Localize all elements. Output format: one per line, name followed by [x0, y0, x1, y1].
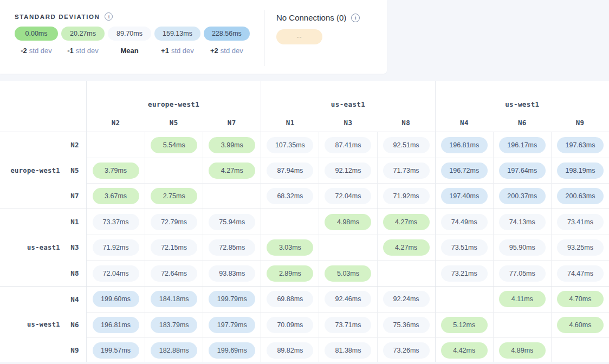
- latency-cell[interactable]: 5.03ms: [319, 260, 377, 285]
- latency-pill[interactable]: 92.46ms: [325, 291, 371, 307]
- latency-cell[interactable]: 4.27ms: [377, 209, 435, 235]
- latency-pill[interactable]: 72.04ms: [325, 188, 371, 204]
- latency-pill[interactable]: 5.03ms: [325, 265, 371, 282]
- latency-cell[interactable]: 92.46ms: [319, 287, 377, 312]
- latency-pill[interactable]: 92.51ms: [383, 137, 430, 153]
- latency-pill[interactable]: 4.42ms: [441, 342, 488, 359]
- latency-pill[interactable]: 4.70ms: [557, 291, 604, 307]
- latency-pill[interactable]: 4.27ms: [383, 239, 430, 256]
- latency-pill[interactable]: 5.12ms: [441, 317, 488, 333]
- latency-cell[interactable]: 198.19ms: [551, 158, 609, 183]
- latency-cell[interactable]: 92.51ms: [377, 132, 435, 158]
- latency-pill[interactable]: 196.72ms: [441, 162, 488, 179]
- latency-cell[interactable]: 4.70ms: [551, 287, 609, 312]
- latency-cell[interactable]: 197.79ms: [203, 312, 261, 337]
- latency-cell[interactable]: 69.88ms: [261, 287, 319, 312]
- latency-pill[interactable]: 196.81ms: [441, 137, 488, 153]
- latency-cell[interactable]: 4.27ms: [203, 158, 261, 183]
- latency-cell[interactable]: 75.94ms: [203, 209, 261, 235]
- latency-pill[interactable]: 4.27ms: [383, 214, 430, 230]
- latency-pill[interactable]: 93.83ms: [209, 265, 255, 282]
- latency-cell[interactable]: 93.25ms: [551, 235, 609, 260]
- latency-pill[interactable]: 199.60ms: [93, 291, 139, 307]
- latency-pill[interactable]: 72.79ms: [151, 214, 197, 230]
- latency-cell[interactable]: 199.57ms: [87, 337, 145, 362]
- latency-cell[interactable]: 87.94ms: [261, 158, 319, 183]
- self-latency-cell[interactable]: [435, 287, 493, 312]
- latency-pill[interactable]: 183.79ms: [151, 317, 197, 333]
- latency-pill[interactable]: 197.79ms: [209, 317, 255, 333]
- latency-pill[interactable]: 87.94ms: [267, 162, 313, 179]
- latency-cell[interactable]: 4.98ms: [319, 209, 377, 235]
- latency-cell[interactable]: 197.63ms: [551, 132, 609, 158]
- latency-pill[interactable]: 199.79ms: [209, 291, 255, 307]
- latency-cell[interactable]: 196.81ms: [435, 132, 493, 158]
- latency-cell[interactable]: 200.63ms: [551, 183, 609, 209]
- latency-pill[interactable]: 73.21ms: [441, 265, 488, 282]
- latency-cell[interactable]: 4.27ms: [377, 235, 435, 260]
- latency-cell[interactable]: 5.12ms: [435, 312, 493, 337]
- latency-cell[interactable]: 2.75ms: [145, 183, 203, 209]
- latency-cell[interactable]: 72.79ms: [145, 209, 203, 235]
- latency-cell[interactable]: 197.64ms: [493, 158, 551, 183]
- latency-pill[interactable]: 68.32ms: [267, 188, 313, 204]
- latency-cell[interactable]: 183.79ms: [145, 312, 203, 337]
- latency-pill[interactable]: 2.75ms: [151, 188, 197, 204]
- latency-pill[interactable]: 184.18ms: [151, 291, 197, 307]
- latency-cell[interactable]: 87.41ms: [319, 132, 377, 158]
- latency-pill[interactable]: 197.64ms: [499, 162, 546, 179]
- self-latency-cell[interactable]: [87, 132, 145, 158]
- latency-cell[interactable]: 196.17ms: [493, 132, 551, 158]
- latency-pill[interactable]: 3.79ms: [93, 162, 139, 179]
- latency-pill[interactable]: 200.63ms: [557, 188, 604, 204]
- latency-pill[interactable]: 4.11ms: [499, 291, 546, 307]
- latency-cell[interactable]: 95.90ms: [493, 235, 551, 260]
- latency-pill[interactable]: 72.04ms: [93, 265, 139, 282]
- latency-cell[interactable]: 200.37ms: [493, 183, 551, 209]
- latency-cell[interactable]: 73.51ms: [435, 235, 493, 260]
- latency-pill[interactable]: 73.37ms: [93, 214, 139, 230]
- latency-pill[interactable]: 70.09ms: [267, 317, 313, 333]
- latency-pill[interactable]: 75.94ms: [209, 214, 255, 230]
- latency-pill[interactable]: 95.90ms: [499, 239, 546, 256]
- latency-pill[interactable]: 71.92ms: [93, 239, 139, 256]
- latency-pill[interactable]: 196.81ms: [93, 317, 139, 333]
- info-icon[interactable]: i: [351, 14, 360, 22]
- latency-cell[interactable]: 3.79ms: [87, 158, 145, 183]
- latency-pill[interactable]: 182.88ms: [151, 342, 197, 359]
- self-latency-cell[interactable]: [319, 235, 377, 260]
- latency-pill[interactable]: 69.88ms: [267, 291, 313, 307]
- latency-cell[interactable]: 68.32ms: [261, 183, 319, 209]
- latency-pill[interactable]: 4.98ms: [325, 214, 371, 230]
- latency-cell[interactable]: 199.60ms: [87, 287, 145, 312]
- latency-pill[interactable]: 71.73ms: [383, 162, 430, 179]
- latency-cell[interactable]: 93.83ms: [203, 260, 261, 285]
- latency-pill[interactable]: 3.67ms: [93, 188, 139, 204]
- self-latency-cell[interactable]: [203, 183, 261, 209]
- latency-pill[interactable]: 107.35ms: [267, 137, 313, 153]
- latency-cell[interactable]: 199.79ms: [203, 287, 261, 312]
- latency-cell[interactable]: 75.36ms: [377, 312, 435, 337]
- latency-pill[interactable]: 72.64ms: [151, 265, 197, 282]
- latency-pill[interactable]: 4.27ms: [209, 162, 255, 179]
- self-latency-cell[interactable]: [261, 209, 319, 235]
- latency-pill[interactable]: 4.89ms: [499, 342, 546, 359]
- latency-cell[interactable]: 184.18ms: [145, 287, 203, 312]
- latency-cell[interactable]: 107.35ms: [261, 132, 319, 158]
- self-latency-cell[interactable]: [145, 158, 203, 183]
- latency-cell[interactable]: 74.13ms: [493, 209, 551, 235]
- latency-cell[interactable]: 72.04ms: [319, 183, 377, 209]
- info-icon[interactable]: i: [105, 12, 113, 21]
- latency-cell[interactable]: 3.99ms: [203, 132, 261, 158]
- latency-pill[interactable]: 92.24ms: [383, 291, 430, 307]
- latency-cell[interactable]: 73.21ms: [435, 260, 493, 285]
- latency-pill[interactable]: 72.15ms: [151, 239, 197, 256]
- latency-cell[interactable]: 70.09ms: [261, 312, 319, 337]
- latency-pill[interactable]: 197.40ms: [441, 188, 488, 204]
- latency-cell[interactable]: 74.47ms: [551, 260, 609, 285]
- latency-cell[interactable]: 73.26ms: [377, 337, 435, 362]
- latency-pill[interactable]: 73.51ms: [441, 239, 488, 256]
- latency-pill[interactable]: 75.36ms: [383, 317, 430, 333]
- latency-cell[interactable]: 72.15ms: [145, 235, 203, 260]
- latency-cell[interactable]: 196.81ms: [87, 312, 145, 337]
